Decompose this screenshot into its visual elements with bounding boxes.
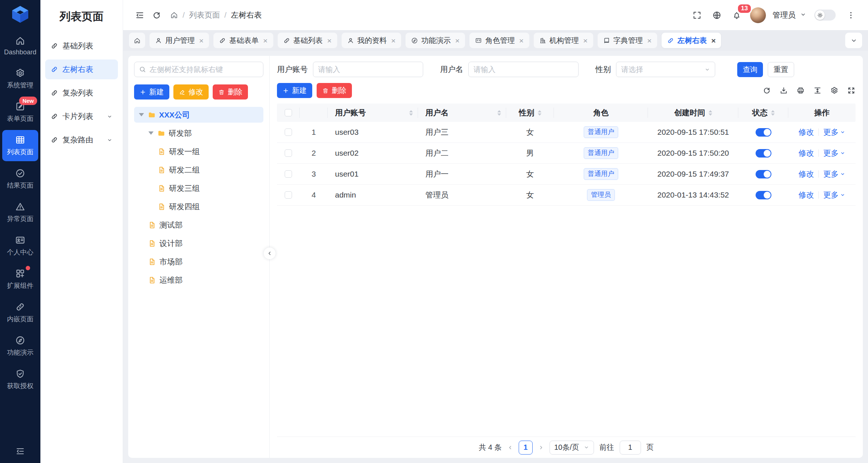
sidebar-item-results[interactable]: 结果页面 — [2, 163, 38, 195]
tree-node-rd-dept[interactable]: 研发部 — [134, 125, 263, 141]
close-icon[interactable]: × — [519, 37, 523, 44]
tree-search-input[interactable] — [150, 65, 259, 74]
close-icon[interactable]: × — [455, 37, 460, 44]
page-size-select[interactable]: 10条/页 — [550, 441, 594, 455]
more-menu-button[interactable] — [842, 7, 859, 23]
caret-down-icon[interactable] — [138, 113, 144, 116]
sort-icon[interactable] — [538, 110, 541, 116]
edit-link[interactable]: 修改 — [799, 127, 814, 137]
table-fullscreen-icon[interactable] — [847, 86, 856, 95]
sidebar-collapse-button[interactable] — [0, 440, 40, 463]
close-icon[interactable]: × — [391, 37, 396, 44]
fullscreen-button[interactable] — [688, 7, 705, 23]
close-icon[interactable]: × — [583, 37, 588, 44]
tree-node-rd-group3[interactable]: 研发三组 — [134, 180, 263, 196]
edit-link[interactable]: 修改 — [799, 190, 814, 200]
row-checkbox[interactable] — [285, 170, 292, 178]
submenu-item-complex-route[interactable]: 复杂路由 — [45, 130, 118, 150]
submenu-item-complex-list[interactable]: 复杂列表 — [45, 83, 118, 103]
tree-node-company[interactable]: XXX公司 — [134, 107, 263, 123]
sidebar-item-forms[interactable]: New 表单页面 — [2, 97, 38, 128]
sidebar-item-lists[interactable]: 列表页面 — [2, 130, 38, 161]
breadcrumb-item[interactable]: 列表页面 — [189, 10, 220, 20]
tab-feature-demo[interactable]: 功能演示 × — [406, 33, 465, 48]
more-link[interactable]: 更多 — [823, 127, 845, 137]
more-link[interactable]: 更多 — [823, 169, 845, 179]
reset-button[interactable]: 重置 — [768, 62, 794, 77]
tab-home[interactable] — [129, 33, 145, 48]
search-button[interactable]: 查询 — [737, 62, 763, 77]
current-page-button[interactable]: 1 — [519, 441, 533, 455]
tab-tree-table[interactable]: 左树右表 × — [662, 33, 721, 48]
delete-rows-button[interactable]: 删除 — [317, 83, 352, 98]
status-toggle[interactable] — [756, 149, 771, 158]
chevron-down-icon[interactable] — [800, 11, 806, 19]
gender-select[interactable]: 请选择 — [616, 62, 715, 77]
prev-page-button[interactable] — [507, 445, 513, 451]
tree-node-test-dept[interactable]: 测试部 — [134, 217, 263, 233]
settings-gear-icon[interactable] — [830, 86, 839, 95]
refresh-page-button[interactable] — [148, 7, 165, 23]
tree-delete-button[interactable]: 删除 — [213, 84, 248, 100]
sort-icon[interactable] — [409, 110, 413, 116]
tab-org-management[interactable]: 机构管理 × — [534, 33, 593, 48]
goto-page-input[interactable] — [620, 441, 641, 455]
sidebar-item-dashboard[interactable]: Dashboard — [2, 31, 38, 61]
close-icon[interactable]: × — [327, 37, 332, 44]
account-input[interactable] — [313, 62, 423, 77]
tree-node-rd-group1[interactable]: 研发一组 — [134, 144, 263, 159]
sidebar-item-features[interactable]: 功能演示 — [2, 330, 38, 362]
sidebar-item-exceptions[interactable]: 异常页面 — [2, 197, 38, 228]
caret-down-icon[interactable] — [148, 131, 154, 135]
tree-edit-button[interactable]: 修改 — [173, 84, 209, 100]
tab-my-profile[interactable]: 我的资料 × — [342, 33, 401, 48]
column-header-status[interactable]: 状态 — [738, 104, 788, 122]
tree-add-button[interactable]: 新建 — [134, 84, 169, 100]
next-page-button[interactable] — [538, 445, 544, 451]
home-icon[interactable] — [170, 11, 178, 19]
download-icon[interactable] — [779, 86, 788, 95]
sidebar-item-embedded[interactable]: 内嵌页面 — [2, 297, 38, 328]
tree-node-design-dept[interactable]: 设计部 — [134, 235, 263, 251]
more-link[interactable]: 更多 — [823, 148, 845, 158]
close-icon[interactable]: × — [711, 37, 716, 44]
sort-icon[interactable] — [497, 110, 501, 116]
edit-link[interactable]: 修改 — [799, 169, 814, 179]
tab-basic-list[interactable]: 基础列表 × — [278, 33, 337, 48]
submenu-item-basic-list[interactable]: 基础列表 — [45, 36, 118, 56]
tab-role-management[interactable]: 角色管理 × — [469, 33, 529, 48]
sidebar-item-profile[interactable]: 个人中心 — [2, 230, 38, 261]
pane-collapse-handle[interactable] — [264, 247, 275, 259]
sort-icon[interactable] — [709, 110, 712, 116]
print-icon[interactable] — [796, 86, 805, 95]
tab-user-management[interactable]: 用户管理 × — [150, 33, 209, 48]
column-header-gender[interactable]: 性别 — [506, 104, 554, 122]
status-toggle[interactable] — [756, 128, 771, 137]
app-logo[interactable] — [0, 0, 40, 29]
close-icon[interactable]: × — [263, 37, 267, 44]
status-toggle[interactable] — [756, 191, 771, 199]
tab-dict-management[interactable]: 字典管理 × — [598, 33, 657, 48]
row-checkbox[interactable] — [285, 149, 292, 157]
column-header-created[interactable]: 创建时间 — [648, 104, 738, 122]
status-toggle[interactable] — [756, 170, 771, 178]
more-link[interactable]: 更多 — [823, 190, 845, 200]
sidebar-item-system[interactable]: 系统管理 — [2, 63, 38, 94]
submenu-item-card-list[interactable]: 卡片列表 — [45, 106, 118, 126]
menu-collapse-button[interactable] — [131, 7, 148, 23]
tree-node-market-dept[interactable]: 市场部 — [134, 254, 263, 270]
row-checkbox[interactable] — [285, 191, 292, 199]
tree-node-rd-group4[interactable]: 研发四组 — [134, 199, 263, 214]
add-row-button[interactable]: 新建 — [277, 83, 312, 98]
row-height-icon[interactable] — [813, 86, 822, 95]
select-all-checkbox[interactable] — [285, 109, 292, 116]
tree-node-ops-dept[interactable]: 运维部 — [134, 272, 263, 288]
close-icon[interactable]: × — [647, 37, 652, 44]
refresh-icon[interactable] — [763, 86, 771, 95]
close-icon[interactable]: × — [199, 37, 204, 44]
tabs-overflow-button[interactable] — [845, 33, 862, 48]
edit-link[interactable]: 修改 — [799, 148, 814, 158]
name-input[interactable] — [468, 62, 579, 77]
sidebar-item-extensions[interactable]: 扩展组件 — [2, 264, 38, 295]
sidebar-item-license[interactable]: 获取授权 — [2, 364, 38, 395]
